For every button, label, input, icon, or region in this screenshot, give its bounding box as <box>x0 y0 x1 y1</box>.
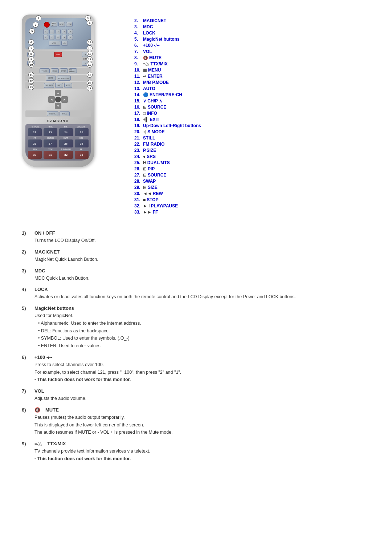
item-8-num: 8) <box>22 407 31 413</box>
btn33: 33 <box>75 151 89 159</box>
mn-btn7: 7 <box>49 35 54 40</box>
enter-prech-button: ENTER/PRE-CH <box>57 76 71 81</box>
legend-item-32: 32. ►II PLAY/PAUSE <box>134 203 370 208</box>
item-1-desc: Turns the LCD Display On/Off. <box>34 237 370 244</box>
legend-item-4: 4. LOCK <box>134 31 370 36</box>
item-6-title: 6) +100 -/-- <box>22 355 370 360</box>
item-9: 9) ≡/△ TTX/MIX TV channels provide text … <box>22 441 370 462</box>
btn24: 24 <box>59 128 73 136</box>
callout-16: 16 <box>87 51 93 57</box>
smode-button: S.MODE <box>47 111 58 116</box>
legend-item-17: 17. □ INFO <box>134 111 370 116</box>
callout-2: 2 <box>33 22 38 28</box>
samsung-logo: SAMSUNG <box>25 118 91 124</box>
item-2-title: 2) MAGICNET <box>22 249 370 255</box>
content-section: 1) ON / OFF Turns the LCD Display On/Off… <box>22 230 370 467</box>
rew-icon: ◄◄ <box>143 191 152 196</box>
remote-control-image: MAGICNET MDC LOCK 1 2 3 4 5 <box>22 15 123 216</box>
legend-item-16: 16. ⊞ SOURCE <box>134 105 370 110</box>
callout-7: 7 <box>28 45 34 51</box>
item-3-title: 3) MDC <box>22 268 370 274</box>
remote-body: MAGICNET MDC LOCK 1 2 3 4 5 <box>22 15 94 167</box>
callout-21: 21 <box>87 85 93 91</box>
callout-4: 4 <box>87 20 93 26</box>
menu-icon: ▦ <box>143 68 147 73</box>
dual-icon: H <box>143 160 146 165</box>
legend-item-10: 10. ▦ MENU <box>134 68 370 73</box>
legend-item-11: 11. ↵ ENTER <box>134 74 370 79</box>
mn-btn2: 2 <box>49 29 54 34</box>
item-6-name: +100 -/-- <box>34 355 53 360</box>
callout-10: 10 <box>28 62 34 68</box>
dash-button: -/-- <box>61 41 68 46</box>
item-4: 4) LOCK Activates or deactivates all fun… <box>22 287 370 300</box>
callout-9: 9 <box>28 56 34 62</box>
nav-up: ▲ <box>55 90 61 96</box>
mute-area: MUTE <box>54 52 62 66</box>
power-button-visual <box>44 22 50 28</box>
nav-down: ▼ <box>55 103 61 109</box>
btn22: 22 <box>28 128 42 136</box>
ff-label: FF <box>74 149 88 150</box>
item-9-desc: TV channels provide text information ser… <box>34 448 370 462</box>
auto-button: AUTO <box>46 76 56 81</box>
legend-item-6: 6. +100 -/-- <box>134 43 370 48</box>
callout-14: 14 <box>87 39 93 45</box>
item-6: 6) +100 -/-- Press to select channels ov… <box>22 355 370 383</box>
mn-btn0: 0 <box>68 35 73 40</box>
still-button: STILL <box>60 111 70 116</box>
source2-label: SOURCE <box>44 137 57 139</box>
rew-label: REW <box>28 149 42 150</box>
legend-item-15: 15. ∨ CH/P ∧ <box>134 98 370 104</box>
bottom-transport: FM RADIO P.SIZE SRS DUAL/MTS 22 23 24 25 <box>25 124 91 161</box>
mb-button: M/B P.MODE <box>69 68 77 73</box>
smode-icon: ↕| <box>143 129 146 134</box>
item-6-desc: Press to select channels over 100. For e… <box>34 361 370 383</box>
lock-button-visual: LOCK <box>66 22 73 27</box>
btn30: 30 <box>28 151 42 159</box>
item-4-desc: Activates or deactivates all function ke… <box>34 293 370 300</box>
vol-ch-area: + VOL - MUTE ∧ CH/P ∨ <box>25 51 91 67</box>
item-2-desc: MagicNet Quick Launch Button. <box>34 256 370 263</box>
mn-btn5: 5 <box>68 29 73 34</box>
size-icon: ⊟ <box>143 185 147 190</box>
source-button: SOURCE <box>44 83 54 88</box>
stop-icon: ■ <box>143 197 146 202</box>
plus100-button: +100 <box>49 41 60 46</box>
legend-item-31: 31. ■ STOP <box>134 197 370 202</box>
mn-btn9: 9 <box>62 35 67 40</box>
mute-icon: 🔇 <box>143 56 148 60</box>
nav-pad: ▲ ▼ ◄ ► <box>25 90 91 109</box>
nav-cross: ▲ ▼ ◄ ► <box>48 90 68 109</box>
item-7-name: VOL <box>34 388 44 394</box>
legend-item-22: 22. FM RADIO <box>134 142 370 147</box>
item-4-name: LOCK <box>34 287 48 292</box>
callout-18: 18 <box>87 62 93 68</box>
item-1-title: 1) ON / OFF <box>22 230 370 236</box>
item-7-desc: Adjusts the audio volume. <box>34 395 370 402</box>
legend-item-30: 30. ◄◄ REW <box>134 191 370 196</box>
btn29: 29 <box>75 139 89 147</box>
mn-btn8: 8 <box>56 35 61 40</box>
legend-item-5: 5. MagicNet buttons <box>134 37 370 42</box>
enterpch-icon: 🔵 <box>143 92 148 97</box>
item-3: 3) MDC MDC Quick Launch Button. <box>22 268 370 282</box>
callout-15: 15 <box>87 45 93 51</box>
row1-btns: 22 23 24 25 <box>27 128 89 136</box>
legend-item-9: 9. ≡/△ TTX/MIX <box>134 61 370 66</box>
item-8-title: 8) 🔇 MUTE <box>22 407 370 413</box>
info-button: INFO <box>55 83 63 88</box>
item-3-num: 3) <box>22 268 31 274</box>
enter-button: ENTER <box>60 68 68 73</box>
mute-button-visual: MUTE <box>54 52 62 57</box>
legend-item-13: 13. AUTO <box>134 86 370 91</box>
callout-12: 12 <box>28 78 34 84</box>
callout-11: 11 <box>28 72 34 78</box>
callout-19: 19 <box>87 72 93 78</box>
item-9-title: 9) ≡/△ TTX/MIX <box>22 441 370 446</box>
callout-6: 6 <box>28 39 34 45</box>
mn-btn3: 3 <box>56 29 61 34</box>
play-icon: ►II <box>143 203 150 208</box>
page: MAGICNET MDC LOCK 1 2 3 4 5 <box>0 0 392 482</box>
legend-item-23: 23. P.SIZE <box>134 148 370 153</box>
